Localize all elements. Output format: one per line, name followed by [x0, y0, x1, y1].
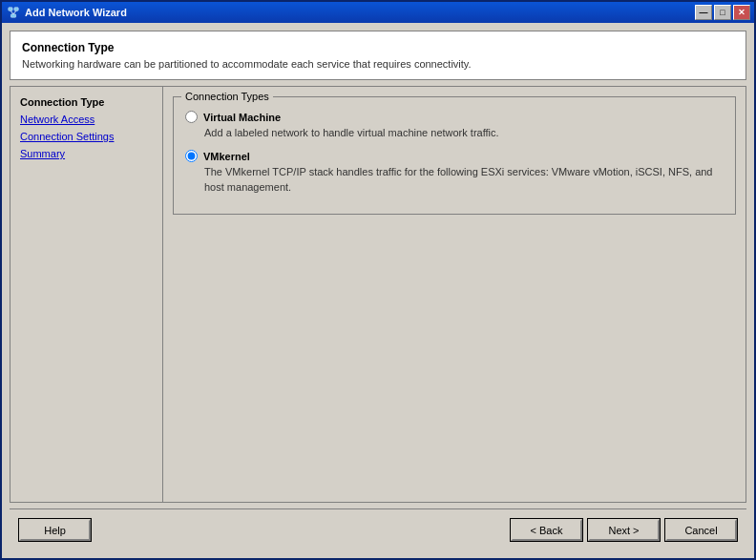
vmkernel-radio[interactable] [185, 150, 198, 162]
close-button[interactable]: ✕ [733, 5, 750, 20]
virtual-machine-radio[interactable] [185, 111, 198, 123]
connection-types-box: Connection Types Virtual Machine Add a l… [173, 96, 736, 215]
header-title: Connection Type [22, 41, 734, 54]
svg-rect-0 [9, 8, 12, 11]
minimize-button[interactable]: — [695, 5, 712, 20]
svg-rect-2 [10, 14, 15, 18]
virtual-machine-option: Virtual Machine Add a labeled network to… [185, 111, 724, 140]
nav-item-summary[interactable]: Summary [16, 146, 157, 161]
back-button[interactable]: < Back [511, 519, 582, 541]
connection-types-legend: Connection Types [181, 91, 273, 102]
nav-item-network-access[interactable]: Network Access [16, 112, 157, 127]
footer: Help < Back Next > Cancel [10, 508, 746, 550]
virtual-machine-description: Add a labeled network to handle virtual … [204, 126, 724, 140]
nav-item-connection-type: Connection Type [16, 94, 157, 110]
header-description: Networking hardware can be partitioned t… [22, 58, 734, 70]
nav-item-connection-settings[interactable]: Connection Settings [16, 129, 157, 144]
right-panel: Connection Types Virtual Machine Add a l… [162, 86, 746, 503]
nav-panel: Connection Type Network Access Connectio… [10, 86, 162, 503]
help-button[interactable]: Help [19, 519, 91, 541]
footer-right: < Back Next > Cancel [511, 519, 737, 541]
svg-line-4 [13, 10, 16, 14]
svg-line-3 [10, 10, 13, 14]
wizard-window: Add Network Wizard — □ ✕ Connection Type… [0, 0, 756, 560]
footer-left: Help [19, 519, 511, 541]
vmkernel-description: The VMkernel TCP/IP stack handles traffi… [204, 165, 724, 195]
header-section: Connection Type Networking hardware can … [10, 31, 746, 80]
content-area: Connection Type Networking hardware can … [2, 23, 754, 558]
window-icon [6, 5, 21, 20]
title-bar: Add Network Wizard — □ ✕ [2, 2, 754, 23]
cancel-button[interactable]: Cancel [665, 519, 737, 541]
title-bar-buttons: — □ ✕ [695, 5, 750, 20]
virtual-machine-label[interactable]: Virtual Machine [203, 112, 281, 123]
vmkernel-label[interactable]: VMkernel [203, 151, 250, 162]
next-button[interactable]: Next > [588, 519, 660, 541]
maximize-button[interactable]: □ [714, 5, 731, 20]
vmkernel-option: VMkernel The VMkernel TCP/IP stack handl… [185, 150, 724, 195]
title-bar-text: Add Network Wizard [25, 7, 695, 18]
main-body: Connection Type Network Access Connectio… [10, 86, 746, 503]
svg-rect-1 [14, 8, 18, 11]
